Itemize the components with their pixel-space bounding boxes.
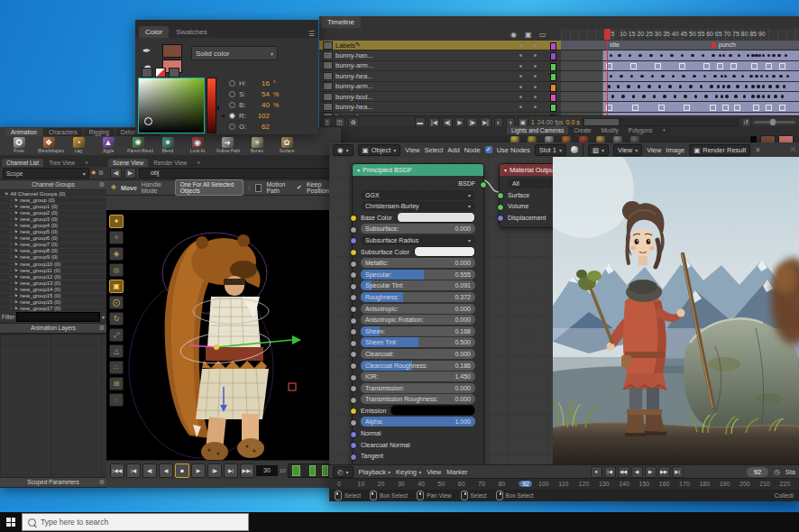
keyframe[interactable] bbox=[725, 95, 729, 98]
transport-button[interactable]: |▶ bbox=[207, 463, 222, 478]
timeline-track-row[interactable] bbox=[561, 92, 799, 102]
shader-mode-select[interactable]: ▣ Object▾ bbox=[358, 144, 401, 156]
channel-radio[interactable] bbox=[229, 80, 235, 87]
output-socket[interactable] bbox=[480, 181, 487, 188]
move-tool-label[interactable]: Move bbox=[121, 185, 137, 191]
color-cursor[interactable] bbox=[144, 117, 152, 125]
transport-button[interactable]: |◀◀ bbox=[110, 463, 124, 478]
node-property-row[interactable]: Sheen Tint:0.500 bbox=[361, 337, 475, 347]
node-property-row[interactable]: Tangent bbox=[361, 451, 475, 461]
node-property-row[interactable]: Transmission Roughness:0.000 bbox=[361, 394, 475, 404]
shelf-tool[interactable]: ❖Blendshapes bbox=[37, 137, 60, 153]
layer-name[interactable]: Labels bbox=[335, 41, 355, 50]
filter-input[interactable] bbox=[16, 312, 100, 322]
shelf-tool[interactable]: ▲Jiggle bbox=[96, 137, 120, 153]
input-socket[interactable] bbox=[350, 215, 357, 222]
layer-name[interactable]: bunny-hea... bbox=[335, 103, 373, 111]
keyframe[interactable] bbox=[608, 85, 611, 88]
menu-node[interactable]: Node bbox=[464, 146, 481, 154]
input-socket[interactable] bbox=[350, 271, 357, 279]
layer-visibility-dot[interactable] bbox=[534, 54, 537, 57]
input-socket[interactable] bbox=[350, 362, 357, 370]
hue-slider[interactable] bbox=[207, 78, 216, 133]
onion-outline-icon[interactable]: ◑ bbox=[506, 117, 515, 127]
transport-button[interactable]: |◀ bbox=[126, 463, 141, 478]
input-socket[interactable] bbox=[350, 283, 357, 290]
menu-image-view[interactable]: View bbox=[647, 146, 661, 154]
keyframe[interactable] bbox=[717, 85, 721, 88]
keyframe[interactable] bbox=[766, 63, 772, 69]
forward-arrow-button[interactable]: ▶ bbox=[124, 168, 136, 179]
gear-icon[interactable]: ⚙ bbox=[99, 180, 105, 189]
render-image-view[interactable] bbox=[553, 157, 799, 464]
viewport-tool-button[interactable]: ⨀ bbox=[109, 296, 124, 309]
key-icon[interactable]: ✸ bbox=[91, 170, 96, 177]
shelf-tool[interactable]: ✪Pose bbox=[7, 137, 31, 153]
node-property-row[interactable]: BSDF bbox=[361, 179, 475, 188]
viewport-tool-button[interactable]: ↻ bbox=[109, 312, 124, 326]
menu-select[interactable]: Select bbox=[424, 146, 443, 154]
keyframe[interactable] bbox=[767, 95, 771, 98]
image-view-dropdown[interactable]: View▾ bbox=[613, 144, 642, 156]
menu-image[interactable]: Image bbox=[666, 146, 684, 154]
keyframe[interactable] bbox=[642, 95, 646, 98]
scene-pane-tab[interactable]: Scene View bbox=[108, 159, 148, 167]
channel-group-row[interactable]: └⚑new_group12 (0) bbox=[0, 273, 106, 280]
scene-pane-tab[interactable]: + bbox=[192, 159, 205, 167]
keyframe[interactable] bbox=[689, 85, 693, 88]
channel-radio[interactable] bbox=[229, 91, 235, 97]
current-frame[interactable]: 1 bbox=[531, 119, 535, 125]
input-socket[interactable] bbox=[350, 317, 357, 325]
keyframe[interactable] bbox=[704, 95, 708, 98]
transport-button[interactable]: ▶ bbox=[645, 466, 657, 478]
lock-icon[interactable]: ▣ bbox=[525, 31, 532, 39]
move-tool-icon[interactable]: ✥ bbox=[111, 184, 116, 191]
shelf-tool[interactable]: ✺Parent Blend bbox=[126, 137, 150, 153]
viewport-tool-button[interactable]: ◈ bbox=[109, 247, 124, 261]
keyframe[interactable] bbox=[682, 75, 685, 78]
timeline-track-area[interactable]: idlepunch bbox=[561, 41, 799, 123]
transport-button[interactable]: ● bbox=[591, 466, 602, 478]
strip-tab[interactable]: Modify bbox=[597, 126, 623, 134]
input-socket[interactable] bbox=[350, 226, 357, 234]
node-property-row[interactable]: Emission bbox=[361, 406, 475, 416]
start-button[interactable] bbox=[0, 512, 22, 532]
center-frame-icon[interactable]: ▬ bbox=[415, 117, 427, 127]
shelf-tool[interactable]: ◔Lag bbox=[67, 137, 90, 153]
channel-value[interactable]: 102 bbox=[253, 112, 270, 120]
channel-pane-tab[interactable]: Tree View bbox=[44, 159, 79, 167]
channel-group-row[interactable]: └⚑new_group11 (0) bbox=[0, 267, 106, 273]
layer-visibility-dot[interactable] bbox=[519, 86, 522, 88]
keyframe[interactable] bbox=[730, 63, 737, 69]
material-output-node[interactable]: ▾ Material Output All▾ SurfaceVolumeDisp… bbox=[499, 163, 553, 228]
output-target-select[interactable]: All▾ bbox=[508, 179, 553, 188]
input-socket[interactable] bbox=[497, 192, 504, 199]
keyframe[interactable] bbox=[679, 85, 683, 88]
new-layer-icon[interactable]: ▯ bbox=[323, 117, 332, 127]
node-property-row[interactable]: Normal bbox=[361, 428, 475, 438]
keyframe[interactable] bbox=[717, 63, 723, 69]
input-socket[interactable] bbox=[350, 431, 357, 438]
filter-menu-icon[interactable]: ▾ bbox=[102, 314, 105, 320]
timeline-track-row[interactable] bbox=[561, 61, 799, 71]
node-select[interactable]: Christensen-Burley▾ bbox=[361, 201, 475, 211]
keyframe[interactable] bbox=[661, 75, 665, 78]
onion-skin-icon[interactable]: ◐ bbox=[494, 117, 503, 127]
shelf-tab[interactable]: Characters bbox=[43, 128, 83, 136]
fill-swatch[interactable] bbox=[162, 44, 182, 58]
channel-group-row[interactable]: └⚑new_group3 (0) bbox=[0, 216, 106, 222]
node-property-row[interactable]: Subsurface Color bbox=[361, 247, 475, 257]
keyframe[interactable] bbox=[776, 85, 779, 88]
shelf-tool[interactable]: ◉Look At bbox=[186, 137, 209, 153]
swap-colors-icon[interactable] bbox=[169, 68, 179, 78]
keyframe[interactable] bbox=[712, 54, 715, 58]
keyframe[interactable] bbox=[693, 75, 696, 78]
scope-dropdown[interactable]: Scope▾ bbox=[3, 168, 89, 179]
channel-radio[interactable] bbox=[229, 124, 235, 130]
transport-button[interactable]: ◀ bbox=[159, 463, 173, 478]
keyframe[interactable] bbox=[751, 85, 755, 88]
layer-visibility-dot[interactable] bbox=[534, 65, 537, 68]
timeline-layer-row[interactable]: bunny-hea... bbox=[319, 102, 561, 112]
value-slider[interactable]: Sheen:0.168 bbox=[361, 326, 475, 336]
transport-button[interactable]: ◀| bbox=[142, 463, 157, 478]
